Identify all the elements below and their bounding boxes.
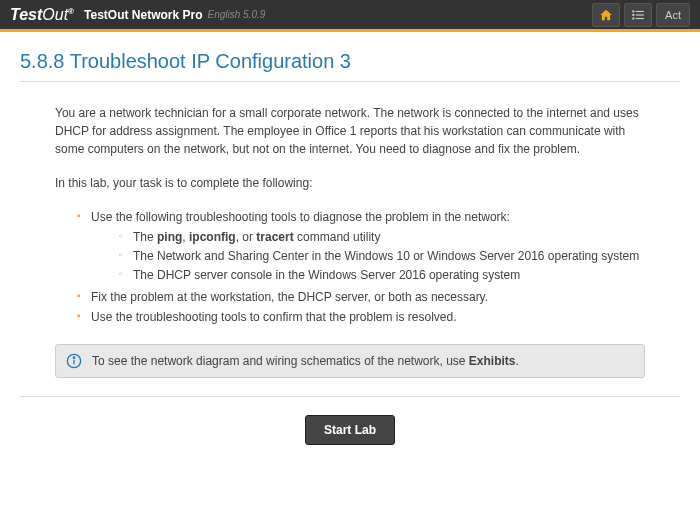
list-item: The ping, ipconfig, or tracert command u… — [119, 228, 645, 246]
body-text: You are a network technician for a small… — [20, 104, 680, 326]
svg-point-2 — [632, 13, 634, 15]
li1-text: Use the following troubleshooting tools … — [91, 210, 510, 224]
header-actions: Act — [592, 3, 690, 27]
svg-point-0 — [632, 10, 634, 12]
svg-rect-5 — [636, 17, 644, 18]
list-item: The DHCP server console in the Windows S… — [119, 266, 645, 284]
product-version: English 5.0.9 — [207, 9, 265, 20]
home-button[interactable] — [592, 3, 620, 27]
svg-point-8 — [73, 357, 74, 358]
task-list: Use the following troubleshooting tools … — [55, 208, 645, 326]
logo-out: Out — [42, 6, 68, 23]
list-item: The Network and Sharing Center in the Wi… — [119, 247, 645, 265]
list-item: Use the troubleshooting tools to confirm… — [77, 308, 645, 326]
svg-point-4 — [632, 17, 634, 19]
list-icon — [631, 8, 645, 22]
info-text: To see the network diagram and wiring sc… — [92, 354, 519, 368]
info-box: To see the network diagram and wiring sc… — [55, 344, 645, 378]
action-label: Act — [665, 9, 681, 21]
home-icon — [599, 8, 613, 22]
product-name: TestOut Network Pro — [84, 8, 202, 22]
list-item: Fix the problem at the workstation, the … — [77, 288, 645, 306]
page-title: 5.8.8 Troubleshoot IP Configuration 3 — [20, 50, 680, 73]
list-item: Use the following troubleshooting tools … — [77, 208, 645, 284]
info-icon — [66, 353, 82, 369]
task-intro: In this lab, your task is to complete th… — [55, 174, 645, 192]
main-content: 5.8.8 Troubleshoot IP Configuration 3 Yo… — [0, 32, 700, 463]
list-button[interactable] — [624, 3, 652, 27]
app-header: TestOut® TestOut Network Pro English 5.0… — [0, 0, 700, 32]
logo-test: Test — [10, 6, 42, 23]
action-button[interactable]: Act — [656, 3, 690, 27]
start-lab-wrap: Start Lab — [20, 415, 680, 445]
divider-bottom — [20, 396, 680, 397]
svg-rect-3 — [636, 14, 644, 15]
start-lab-button[interactable]: Start Lab — [305, 415, 395, 445]
divider-top — [20, 81, 680, 82]
logo: TestOut® — [10, 6, 74, 24]
svg-rect-1 — [636, 10, 644, 11]
sub-list: The ping, ipconfig, or tracert command u… — [91, 228, 645, 284]
logo-reg: ® — [68, 6, 74, 15]
intro-paragraph: You are a network technician for a small… — [55, 104, 645, 158]
